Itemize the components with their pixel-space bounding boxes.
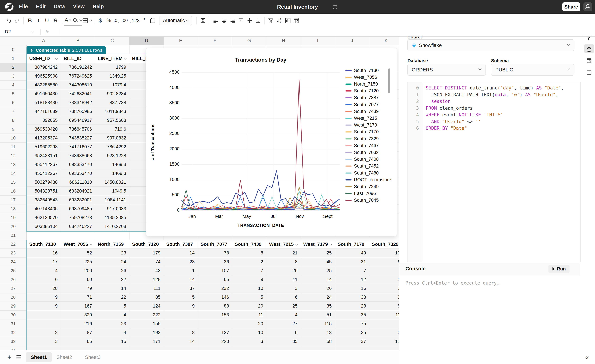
insert-chart-button[interactable] — [283, 16, 292, 25]
percent-format-button[interactable]: % — [105, 16, 113, 25]
sql-line[interactable]: FROM clean_orders — [426, 106, 473, 111]
sql-line[interactable]: ORDER BY "Date" — [426, 126, 467, 131]
legend-item-South_7329[interactable]: South_7329 — [346, 136, 379, 142]
row-header-24[interactable]: 24 — [0, 257, 27, 266]
run-button[interactable]: Run — [548, 265, 569, 273]
text-format-button[interactable]: ’ — [140, 16, 149, 25]
row-header-29[interactable]: 29 — [0, 302, 27, 311]
row-header-8[interactable]: 8 — [0, 116, 27, 125]
date-format-button[interactable] — [149, 16, 157, 25]
column-header-A[interactable]: A — [27, 36, 61, 45]
column-header-H[interactable]: H — [266, 36, 301, 45]
sql-line[interactable]: session — [426, 99, 451, 104]
legend-item-South_7408[interactable]: South_7408 — [346, 156, 379, 163]
strikethrough-button[interactable]: S — [51, 16, 60, 25]
legend-item-South_7120[interactable]: South_7120 — [346, 88, 379, 94]
share-button[interactable]: Share — [562, 2, 580, 11]
legend-item-East_7096[interactable]: East_7096 — [346, 190, 376, 197]
connected-table-badge[interactable]: Connected table 2,534,161 rows — [27, 46, 106, 54]
sql-line[interactable]: SELECT DISTINCT date_trunc('day', time) … — [426, 85, 564, 91]
sql-line[interactable]: JSON_EXTRACT_PATH_TEXT(data, 'w') AS "Us… — [426, 92, 558, 97]
legend-item-South_7032[interactable]: South_7032 — [346, 149, 379, 156]
legend-item-South_7045[interactable]: South_7045 — [346, 197, 379, 204]
align-bottom-button[interactable] — [254, 16, 262, 25]
legend-item-South_7467[interactable]: South_7467 — [346, 142, 379, 149]
collapse-panel-icon[interactable]: « — [585, 354, 589, 361]
filter-button[interactable] — [267, 16, 275, 25]
sql-line[interactable]: AND "UserId" <> '' — [426, 119, 481, 124]
column-header-J[interactable]: J — [335, 36, 369, 45]
table-sync-panel-icon[interactable] — [584, 56, 594, 65]
row-header-5[interactable]: 5 — [0, 89, 27, 98]
console-placeholder[interactable]: Press Ctrl+Enter to execute query… — [405, 280, 499, 285]
row-header-20[interactable]: 20 — [0, 222, 27, 231]
row-header-34[interactable]: 34 — [0, 346, 27, 350]
row-header-14[interactable]: 14 — [0, 169, 27, 178]
legend-item-South_7439[interactable]: South_7439 — [346, 108, 379, 115]
cell-ref-chevron-icon[interactable] — [30, 30, 34, 33]
italic-button[interactable]: I — [34, 16, 43, 25]
row-header-9[interactable]: 9 — [0, 125, 27, 134]
row-header-25[interactable]: 25 — [0, 266, 27, 275]
row-header-15[interactable]: 15 — [0, 178, 27, 187]
align-center-button[interactable] — [220, 16, 228, 25]
column-header-I[interactable]: I — [301, 36, 335, 45]
row-header-3[interactable]: 3 — [0, 72, 27, 81]
table-resize-handle[interactable]: ••• — [122, 228, 128, 233]
legend-item-South_7387[interactable]: South_7387 — [346, 94, 379, 101]
row-header-26[interactable]: 26 — [0, 275, 27, 284]
column-header-F[interactable]: F — [198, 36, 232, 45]
row-header-30[interactable]: 30 — [0, 311, 27, 319]
row-header-31[interactable]: 31 — [0, 319, 27, 328]
bold-button[interactable]: B — [26, 16, 34, 25]
increase-decimals-button[interactable]: .00→ — [121, 16, 131, 25]
legend-item-North_7159[interactable]: North_7159 — [346, 81, 378, 87]
row-header-18[interactable]: 18 — [0, 204, 27, 213]
decrease-decimals-button[interactable]: .0← — [113, 16, 121, 25]
currency-format-button[interactable]: $ — [96, 16, 105, 25]
number-format-select[interactable]: Automatic — [159, 16, 192, 25]
row-header-4[interactable]: 4 — [0, 81, 27, 89]
sort-button[interactable]: AZ — [275, 16, 283, 25]
column-header-E[interactable]: E — [163, 36, 198, 45]
row-header-16[interactable]: 16 — [0, 187, 27, 196]
document-title[interactable]: Retail Inventory — [0, 0, 595, 14]
legend-item-South_7452[interactable]: South_7452 — [346, 163, 379, 170]
align-left-button[interactable] — [211, 16, 220, 25]
database-select[interactable]: ORDERS — [407, 64, 486, 76]
row-header-23[interactable]: 23 — [0, 249, 27, 257]
row-header-10[interactable]: 10 — [0, 134, 27, 143]
text-color-button[interactable]: A — [64, 15, 72, 26]
legend-item-West_7179[interactable]: West_7179 — [346, 122, 377, 128]
borders-button[interactable] — [82, 16, 92, 25]
sheet-tab-Sheet2[interactable]: Sheet2 — [52, 352, 77, 362]
fill-color-button[interactable] — [72, 15, 82, 26]
row-header-17[interactable]: 17 — [0, 196, 27, 204]
cell-reference-box[interactable]: D2 — [5, 29, 11, 35]
text-overflow-button[interactable] — [198, 16, 207, 25]
row-header-0[interactable]: 0 — [0, 45, 27, 54]
row-header-2[interactable]: 2 — [0, 63, 27, 72]
chart-panel[interactable]: Transactions by Day # of Transactions TR… — [146, 48, 397, 236]
legend-scrollbar[interactable] — [388, 68, 390, 93]
schema-select[interactable]: PUBLIC — [491, 64, 574, 76]
legend-item-South_7249[interactable]: South_7249 — [346, 183, 379, 190]
column-header-C[interactable]: C — [95, 36, 129, 45]
sheet-list-icon[interactable] — [16, 355, 21, 360]
add-sheet-button[interactable]: + — [6, 353, 13, 361]
undo-button[interactable] — [4, 16, 13, 25]
chart-panel-icon[interactable] — [584, 68, 594, 77]
user-avatar[interactable] — [583, 2, 592, 11]
redo-button[interactable] — [13, 16, 21, 25]
legend-item-West_7215[interactable]: West_7215 — [346, 115, 377, 122]
column-header-K[interactable]: K — [369, 36, 399, 45]
row-header-1[interactable]: 1 — [0, 54, 27, 63]
row-header-12[interactable]: 12 — [0, 151, 27, 160]
row-header-6[interactable]: 6 — [0, 98, 27, 107]
align-top-button[interactable] — [237, 16, 245, 25]
legend-item-South_7170[interactable]: South_7170 — [346, 128, 379, 136]
row-header-21[interactable]: 21 — [0, 231, 27, 240]
row-header-27[interactable]: 27 — [0, 284, 27, 293]
row-header-22[interactable]: 22 — [0, 240, 27, 249]
data-table-button[interactable] — [292, 16, 301, 25]
